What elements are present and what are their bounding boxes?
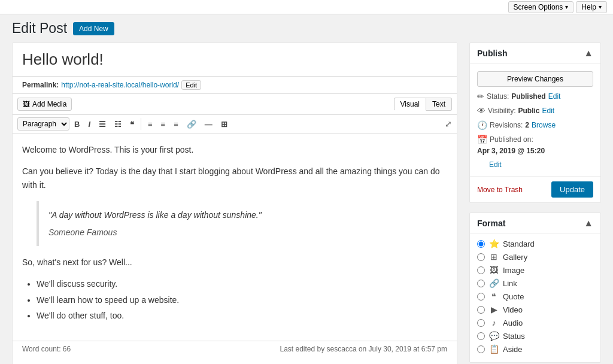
format-radio-video[interactable] xyxy=(477,306,485,314)
publish-meta-box: Publish ▲ Preview Changes ✏ Status: Publ… xyxy=(469,43,601,203)
revisions-row: 🕐 Revisions: 2 Browse xyxy=(477,120,593,130)
permalink-link[interactable]: http://not-a-real-site.local/hello-world… xyxy=(61,81,179,89)
screen-options-label: Screen Options xyxy=(514,3,563,11)
published-edit-link[interactable]: Edit xyxy=(489,160,502,169)
align-right-button[interactable]: ≡ xyxy=(170,118,182,131)
standard-icon: ⭐ xyxy=(488,239,499,248)
align-center-button[interactable]: ≡ xyxy=(157,118,169,131)
add-media-button[interactable]: 🖼 Add Media xyxy=(17,98,72,111)
audio-icon: ♪ xyxy=(488,318,499,327)
status-edit-link[interactable]: Edit xyxy=(548,92,561,101)
ordered-list-button[interactable]: ☷ xyxy=(111,118,125,131)
tab-visual[interactable]: Visual xyxy=(394,98,426,111)
sidebar: Publish ▲ Preview Changes ✏ Status: Publ… xyxy=(469,43,601,364)
format-item-standard[interactable]: ⭐ Standard xyxy=(477,239,593,248)
visibility-edit-link[interactable]: Edit xyxy=(542,107,554,115)
visibility-row: 👁 Visibility: Public Edit xyxy=(477,106,593,116)
main-layout: Permalink: http://not-a-real-site.local/… xyxy=(0,43,613,364)
format-box-toggle[interactable]: ▲ xyxy=(584,218,593,229)
preview-changes-button[interactable]: Preview Changes xyxy=(477,71,593,87)
format-toolbar: Paragraph B I ☰ ☷ ❝ ≡ ≡ ≡ 🔗 — ⊞ ⤢ xyxy=(13,115,457,134)
permalink-label: Permalink: xyxy=(22,81,59,89)
link-icon: 🔗 xyxy=(488,278,499,288)
editor-area: Permalink: http://not-a-real-site.local/… xyxy=(12,43,457,364)
content-list: We'll discuss security. We'll learn how … xyxy=(37,277,447,322)
blockquote-text: "A day without WordPress is like a day w… xyxy=(48,208,423,222)
format-item-video[interactable]: ▶ Video xyxy=(477,305,593,314)
publish-box-title: Publish xyxy=(477,48,508,58)
last-edited: Last edited by sescacca on July 30, 2019… xyxy=(280,345,447,353)
format-label-link: Link xyxy=(503,279,517,288)
format-radio-image[interactable] xyxy=(477,266,485,274)
format-radio-aside[interactable] xyxy=(477,345,485,353)
format-item-gallery[interactable]: ⊞ Gallery xyxy=(477,252,593,262)
format-item-image[interactable]: 🖼 Image xyxy=(477,265,593,275)
format-item-aside[interactable]: 📋 Aside xyxy=(477,344,593,354)
word-count-label: Word count: xyxy=(22,345,60,353)
quote-icon: ❝ xyxy=(488,292,499,301)
post-title-input[interactable] xyxy=(13,43,457,77)
format-radio-status[interactable] xyxy=(477,332,485,340)
published-row: 📅 Published on: Apr 3, 2019 @ 15:20 xyxy=(477,135,593,155)
format-box-header: Format ▲ xyxy=(470,213,600,234)
content-area[interactable]: Welcome to WordPress. This is your first… xyxy=(13,134,457,341)
format-item-audio[interactable]: ♪ Audio xyxy=(477,318,593,327)
insert-more-button[interactable]: — xyxy=(201,118,216,131)
list-item: We'll learn how to speed up a website. xyxy=(37,293,447,307)
image-icon: 🖼 xyxy=(488,265,499,275)
publish-box-header: Publish ▲ xyxy=(470,43,600,64)
status-row: ✏ Status: Published Edit xyxy=(477,92,593,101)
aside-icon: 📋 xyxy=(488,344,499,354)
edit-permalink-button[interactable]: Edit xyxy=(181,80,201,90)
page-header: Edit Post Add New xyxy=(0,14,613,43)
permalink-bar: Permalink: http://not-a-real-site.local/… xyxy=(13,77,457,94)
format-item-quote[interactable]: ❝ Quote xyxy=(477,292,593,301)
blockquote-button[interactable]: ❝ xyxy=(126,118,138,131)
status-label: Status: xyxy=(487,92,509,101)
help-button[interactable]: Help ▾ xyxy=(576,1,607,13)
format-label-gallery: Gallery xyxy=(503,253,527,262)
video-icon: ▶ xyxy=(488,305,499,314)
format-label-aside: Aside xyxy=(503,345,523,354)
blockquote-cite: Someone Famous xyxy=(48,226,423,239)
format-radio-standard[interactable] xyxy=(477,240,485,248)
tab-text[interactable]: Text xyxy=(426,98,452,111)
published-value: Apr 3, 2019 @ 15:20 xyxy=(477,147,545,155)
italic-button[interactable]: I xyxy=(84,118,94,131)
format-radio-audio[interactable] xyxy=(477,319,485,327)
status-icon: 💬 xyxy=(488,331,499,341)
bold-button[interactable]: B xyxy=(71,118,83,131)
format-item-status[interactable]: 💬 Status xyxy=(477,331,593,341)
publish-box-toggle[interactable]: ▲ xyxy=(584,48,593,59)
format-radio-gallery[interactable] xyxy=(477,253,485,261)
trash-link[interactable]: Move to Trash xyxy=(477,186,523,194)
status-bar: Word count: 66 Last edited by sescacca o… xyxy=(13,341,457,357)
list-item: We'll discuss security. xyxy=(37,277,447,290)
format-item-link[interactable]: 🔗 Link xyxy=(477,278,593,288)
content-paragraph-1: Welcome to WordPress. This is your first… xyxy=(22,143,447,156)
align-left-button[interactable]: ≡ xyxy=(144,118,156,131)
publish-footer: Move to Trash Update xyxy=(470,176,600,202)
format-label-quote: Quote xyxy=(503,292,524,301)
format-meta-box: Format ▲ ⭐ Standard ⊞ Gallery 🖼 Image xyxy=(469,213,601,363)
unordered-list-button[interactable]: ☰ xyxy=(95,118,110,131)
insert-link-button[interactable]: 🔗 xyxy=(183,118,200,131)
format-select[interactable]: Paragraph xyxy=(17,117,69,131)
help-arrow-icon: ▾ xyxy=(599,4,602,10)
published-label: Published on: xyxy=(490,135,533,144)
content-blockquote: "A day without WordPress is like a day w… xyxy=(37,201,433,246)
add-new-button[interactable]: Add New xyxy=(73,22,114,35)
top-bar: Screen Options ▾ Help ▾ xyxy=(0,0,613,14)
format-list: ⭐ Standard ⊞ Gallery 🖼 Image 🔗 Link xyxy=(470,234,600,362)
content-paragraph-2: Can you believe it? Today is the day tha… xyxy=(22,165,447,192)
editor-tabs: Visual Text xyxy=(394,98,452,111)
expand-editor-button[interactable]: ⤢ xyxy=(445,119,452,129)
revisions-browse-link[interactable]: Browse xyxy=(532,121,556,129)
screen-options-button[interactable]: Screen Options ▾ xyxy=(508,1,574,13)
insert-table-button[interactable]: ⊞ xyxy=(217,118,231,131)
update-button[interactable]: Update xyxy=(551,181,593,198)
format-label-audio: Audio xyxy=(503,318,523,327)
format-radio-quote[interactable] xyxy=(477,293,485,301)
list-item: We'll do other stuff, too. xyxy=(37,309,447,322)
format-radio-link[interactable] xyxy=(477,280,485,287)
